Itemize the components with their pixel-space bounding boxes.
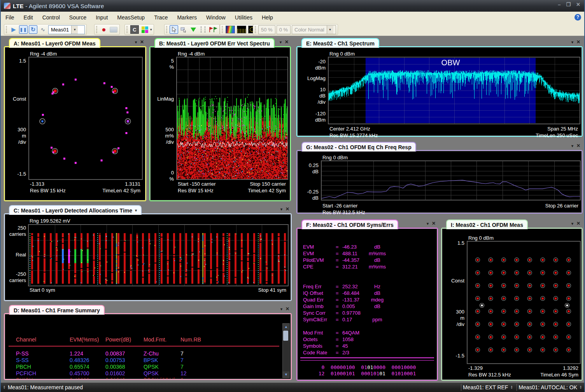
measurement-text: dB [359, 290, 395, 296]
range-label: Rng 199.5262 mV [30, 218, 70, 224]
panel-close-icon[interactable]: ✕ [285, 206, 289, 212]
scrollbar-thumb[interactable] [283, 331, 288, 341]
constellation-plot-a[interactable] [28, 57, 143, 180]
restart-button[interactable]: ↻ [29, 25, 37, 34]
group-grip[interactable] [6, 26, 7, 33]
menu-input[interactable]: Input [91, 13, 112, 22]
status-spinner[interactable]: ▲▼ [580, 385, 582, 389]
menu-meassetup[interactable]: MeasSetup [112, 13, 149, 22]
close-icon[interactable]: ✕ [576, 2, 580, 7]
panel-menu-icon[interactable]: ▾ [571, 221, 573, 226]
freq-resp-plot[interactable] [321, 160, 581, 200]
table-row[interactable]: P-SS1.2240.00837Z-Chu7 [9, 350, 283, 357]
green-triangle-icon [191, 28, 196, 32]
tab-panel-c[interactable]: C: Meas01 - Layer0 Detected Allocations … [9, 205, 142, 215]
allocations-plot[interactable] [28, 224, 289, 286]
table-row[interactable]: PCFICH0.457000.01602QPSK12 [9, 370, 283, 377]
evm-spectrum-plot[interactable] [176, 57, 288, 180]
group-grip[interactable] [255, 26, 256, 33]
panel-menu-icon[interactable]: ▾ [571, 143, 573, 148]
measurement-text: = [336, 336, 339, 342]
tab-panel-f[interactable]: F: Meas02 - Ch1 OFDM Syms/Errs [301, 220, 398, 229]
pointer-box-icon [180, 26, 187, 33]
spectrum-plot[interactable] [328, 57, 580, 124]
menu-file[interactable]: File [1, 13, 19, 22]
minimize-icon[interactable]: – [558, 2, 560, 7]
panel-menu-icon[interactable]: ▾ [135, 39, 137, 45]
chevron-down-icon[interactable]: ▾ [150, 28, 152, 31]
status-spinner[interactable]: ▲▼ [3, 385, 5, 389]
tab-panel-i[interactable]: I: Meas02 - Ch1 OFDM Meas [446, 220, 528, 229]
panel-menu-icon[interactable]: ▾ [571, 39, 573, 45]
group-grip[interactable] [166, 26, 167, 33]
table-cell: S-SS [16, 357, 29, 363]
x-axis-left: Start -150 carrier [178, 181, 216, 187]
panel-menu-icon[interactable]: ▾ [280, 306, 282, 312]
menu-utilities[interactable]: Utilities [230, 13, 257, 22]
multitrace-button[interactable] [225, 25, 235, 34]
range-label: Rng 0 dBm [468, 235, 494, 241]
menu-trace[interactable]: Trace [149, 13, 172, 22]
trigger-button[interactable]: ∿ [39, 25, 47, 34]
y-axis-div3: /div [153, 139, 174, 145]
table-scrollbar[interactable]: ▲ ▼ [282, 323, 290, 378]
panel-a-body: Rng -4 dBm 1.5 Const 300 m /div -1.5 -1.… [4, 46, 146, 201]
record-button[interactable]: ● [100, 25, 108, 34]
flag-markers-button[interactable] [208, 25, 218, 34]
panel-close-icon[interactable]: ✕ [140, 39, 144, 45]
tab-panel-g[interactable]: G: Meas02 - Ch1 OFDM Eq Ch Freq Resp [301, 142, 416, 152]
status-separator [461, 384, 461, 391]
panel-close-icon[interactable]: ✕ [576, 221, 580, 226]
panel-close-icon[interactable]: ✕ [285, 306, 289, 312]
panel-menu-icon[interactable]: ▾ [280, 206, 282, 212]
menu-control[interactable]: Control [38, 13, 65, 22]
constellation-plot-i[interactable] [467, 241, 581, 364]
correction-button[interactable]: C [130, 25, 139, 34]
group-grip[interactable] [96, 26, 97, 33]
panel-close-icon[interactable]: ✕ [576, 39, 580, 45]
zoom-select-button[interactable] [179, 25, 188, 34]
tab-panel-e[interactable]: E: Meas02 - Ch1 Spectrum [301, 38, 379, 48]
layout-button[interactable] [140, 25, 149, 34]
status-message: Meas01: Measurement paused [8, 384, 83, 390]
spectrum-view-button[interactable] [236, 25, 247, 34]
measurement-text: = [336, 317, 339, 322]
scroll-up-icon[interactable]: ▲ [283, 324, 289, 330]
menu-edit[interactable]: Edit [19, 13, 38, 22]
band-markers-button[interactable] [199, 25, 207, 34]
panel-close-icon[interactable]: ✕ [285, 39, 289, 45]
pause-button[interactable]: ❚❚ [19, 25, 28, 34]
measurement-select[interactable]: Meas01 ▾ [48, 25, 85, 34]
toolbar-group-record: ● [94, 24, 120, 35]
title-bar: LTE - Agilent 89600 VSA Software – ❐ ✕ [1, 0, 584, 12]
help-icon[interactable]: ? [574, 14, 581, 21]
color-mode-select: Color Normal ▾ [292, 25, 336, 34]
y-axis-top2: carriers [5, 231, 26, 237]
scroll-down-icon[interactable]: ▼ [283, 371, 289, 378]
group-grip[interactable] [126, 26, 128, 33]
tab-panel-a[interactable]: A: Meas01 - Layer0 OFDM Meas [9, 38, 100, 48]
table-row[interactable]: PBCH0.655740.00368QPSK7 [9, 364, 283, 370]
table-row[interactable]: PHICH0.486300.01640BPSK (CDM)9 [9, 377, 283, 378]
y-axis-div3: /div [5, 139, 26, 145]
maximize-icon[interactable]: ❐ [566, 2, 571, 7]
peak-marker-button[interactable] [189, 25, 198, 34]
play-button[interactable]: ▶ [9, 25, 18, 34]
group-grip[interactable] [222, 26, 223, 33]
tab-panel-b[interactable]: B: Meas01 - Layer0 OFDM Err Vect Spectru [154, 38, 275, 48]
panel-menu-icon[interactable]: ▾ [280, 39, 282, 45]
menu-window[interactable]: Window [201, 13, 230, 22]
status-spinner[interactable]: ▲▼ [510, 385, 513, 389]
panel-close-icon[interactable]: ✕ [576, 143, 580, 148]
select-cursor-button[interactable] [170, 25, 178, 34]
panel-close-icon[interactable]: ✕ [432, 221, 436, 226]
menu-markers[interactable]: Markers [172, 13, 201, 22]
menu-help[interactable]: Help [257, 13, 278, 22]
table-cell: 0.01602 [105, 370, 125, 376]
panel-menu-icon[interactable]: ▾ [427, 221, 429, 226]
tab-panel-d[interactable]: D: Meas01 - Ch1 Frame Summary [9, 305, 105, 315]
menu-source[interactable]: Source [65, 13, 91, 22]
tab-dropdown-icon[interactable]: ▾ [135, 208, 137, 213]
table-row[interactable]: S-SS0.483260.00753BPSK7 [9, 357, 283, 364]
record-icon: ● [102, 25, 106, 34]
